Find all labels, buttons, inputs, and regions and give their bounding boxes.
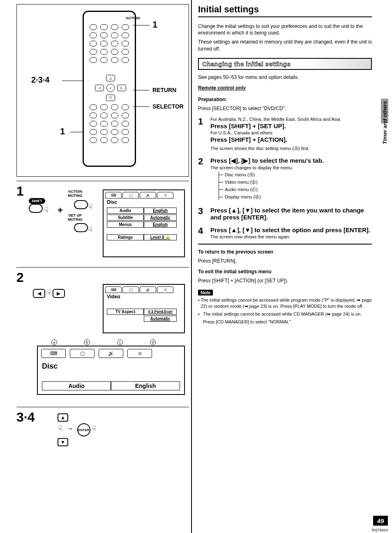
enter-button-icon: ENTER <box>77 423 90 436</box>
tree-audio: Audio menu (ⓒ) <box>225 187 372 193</box>
remote-only: Remote control only <box>198 85 372 91</box>
preparation-text: Press [SELECTOR] to select "DVD/CD". <box>198 105 372 112</box>
left-column: △ ▽ ◁ ▷ ● ACTION 1 2·3·4 <box>0 0 191 533</box>
step1-note: The screen shows the disc setting menu (… <box>210 145 372 152</box>
osd-title: Video <box>104 294 184 302</box>
osd-cell <box>107 316 144 322</box>
video-tab-icon: ▢ <box>70 349 95 358</box>
osd-cell: Automatic <box>144 215 177 221</box>
big-cell: English <box>111 381 180 390</box>
step2-heading: Press [◀], [▶] to select the menu's tab. <box>210 157 372 164</box>
hand-icon: ☟ <box>88 226 92 234</box>
up-arrow-button-icon: ▲ <box>58 413 68 422</box>
video-tab-icon: ▢ <box>122 192 139 198</box>
note-badge: Note <box>198 290 213 295</box>
side-tab: Timer and others <box>380 99 389 173</box>
big-cell: Audio <box>42 381 111 390</box>
osd-cell: TV Aspect <box>107 309 144 315</box>
disc-tab-icon: ⌨ <box>105 192 122 198</box>
preparation-heading: Preparation: <box>198 97 227 102</box>
step4-heading: Press [▲], [▼] to select the option and … <box>210 226 372 233</box>
see-pages: See pages 50–53 for menu and option deta… <box>198 74 372 81</box>
action-button-icon <box>74 200 88 209</box>
region-b: For U.S.A., Canada and others <box>210 130 372 135</box>
audio-tab-icon: 🔊 <box>140 286 156 293</box>
step-num-2: 2 <box>16 270 24 285</box>
press-b: Press [SHIFT] + [ACTION]. <box>210 136 372 143</box>
note-bullet: •The initial settings cannot be accessed… <box>198 311 372 317</box>
page-title: Initial settings <box>198 4 372 17</box>
exit-text: Press [SHIFT] + [ACTION] (or [SET UP]). <box>198 277 372 284</box>
press-a: Press [SHIFT] + [SET UP]. <box>210 122 372 129</box>
step-number: 2 <box>198 156 210 202</box>
tree-disc: Disc menu (ⓐ) <box>225 172 372 178</box>
step4-sub: The screen now shows the menu again. <box>210 234 372 239</box>
subheading-box: Changing the initial settings <box>198 58 372 70</box>
remote-body: △ ▽ ◁ ▷ ● <box>83 11 136 167</box>
hand-icon: ☟ <box>88 203 92 211</box>
display-tab-icon: ⎚ <box>157 192 173 198</box>
step3-heading: Press [▲], [▼] to select the item you wa… <box>210 207 372 221</box>
intro-text: These settings are retained in memory un… <box>198 39 372 52</box>
return-text: Press [RETURN]. <box>198 258 372 264</box>
osd-cell: Level 8 🔒 <box>144 234 177 240</box>
step-num-1: 1 <box>16 184 24 199</box>
callout-1-top: 1 <box>152 19 157 30</box>
note2-text: The initial settings cannot be accessed … <box>203 311 362 317</box>
left-arrow-button-icon: ◀ <box>33 289 45 298</box>
osd-big-title: Disc <box>38 360 184 372</box>
dpad: △ ▽ ◁ ▷ ● <box>98 76 123 100</box>
page-number: 49 <box>373 516 388 526</box>
display-tab-icon: ⎚ <box>157 286 173 293</box>
shift-oval-icon <box>29 204 43 213</box>
osd-cell: English <box>144 208 177 214</box>
step-num-34: 3·4 <box>16 410 35 425</box>
arrow-icon: → <box>66 425 73 433</box>
tree-video: Video menu (ⓑ) <box>225 179 372 185</box>
osd-cell: Menus <box>107 222 144 228</box>
step-panel-34: 3·4 ▲ ☟ → ENTER ☟ ▼ <box>16 407 189 460</box>
note2b-text: Press [CD MANAGER] to select "NORMAL". <box>203 319 292 325</box>
label-c: c <box>117 339 123 345</box>
step-number: 1 <box>198 116 210 152</box>
osd-big-disc: ⌨ ▢ 🔊 ⎚ Disc Audio English <box>37 346 185 395</box>
disc-tab-icon: ⌨ <box>105 286 122 293</box>
dpad-left-icon: ◁ <box>95 85 104 91</box>
osd-cell: Automatic <box>144 316 177 322</box>
audio-tab-icon: 🔊 <box>140 192 156 198</box>
note1-text: The initial settings cannot be accessed … <box>201 297 372 309</box>
dpad-down-icon: ▽ <box>106 95 115 101</box>
display-tab-icon: ⎚ <box>127 349 152 358</box>
dpad-right-icon: ▷ <box>117 85 126 91</box>
subheading: Changing the initial settings <box>202 60 291 67</box>
hand-icon: ☟ <box>44 206 48 215</box>
menu-tree: Disc menu (ⓐ) Video menu (ⓑ) Audio menu … <box>219 172 372 200</box>
video-tab-icon: ▢ <box>122 286 139 293</box>
osd-video-menu: ⌨ ▢ 🔊 ⎚ Video TV Aspect4:3 Pan&Scan Auto… <box>103 284 185 333</box>
callout-234: 2·3·4 <box>31 75 49 85</box>
note-bullet: •The initial settings cannot be accessed… <box>198 297 372 309</box>
osd-cell: English <box>144 222 177 228</box>
step-1: 1 For Australia, N.Z., China, the Middle… <box>198 116 372 152</box>
right-column: Initial settings Change the initial sett… <box>191 0 388 533</box>
step-panel-2: 2 ◀ ☟ ▶ ⌨ ▢ 🔊 ⎚ Video TV Aspect4:3 Pan&S… <box>16 267 189 407</box>
region-a: For Australia, N.Z., China, the Middle E… <box>210 117 372 122</box>
label-d: d <box>150 339 156 345</box>
step-number: 3 <box>198 206 210 222</box>
exit-heading: To exit the initial settings menu <box>198 269 271 275</box>
dpad-up-icon: △ <box>106 75 115 81</box>
dpad-enter-icon: ● <box>106 84 115 92</box>
action-muting-label: ACTION MUTING <box>68 189 83 198</box>
step-panel-1: 1 SHIFT ☟ + ACTION MUTING ☟ SET UP MUTIN… <box>16 181 189 267</box>
tree-display: Display menu (ⓓ) <box>225 194 372 200</box>
callout-return: RETURN <box>152 87 176 93</box>
note-bullet: Press [CD MANAGER] to select "NORMAL". <box>198 319 372 325</box>
right-arrow-button-icon: ▶ <box>53 289 65 298</box>
osd-cell: 4:3 Pan&Scan <box>144 309 177 315</box>
shift-button-icon: SHIFT <box>29 198 45 204</box>
callout-selector: SELECTOR <box>152 103 184 110</box>
audio-tab-icon: 🔊 <box>99 349 123 358</box>
down-arrow-button-icon: ▼ <box>58 438 68 446</box>
step-2: 2 Press [◀], [▶] to select the menu's ta… <box>198 156 372 202</box>
setup-button-icon <box>74 223 88 232</box>
